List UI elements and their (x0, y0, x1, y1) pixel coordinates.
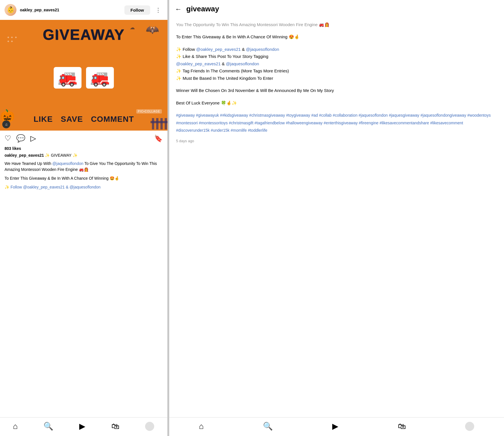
svg-rect-2 (160, 118, 163, 129)
search-term-label: giveaway (186, 5, 219, 13)
fence-decoration (150, 112, 168, 131)
caption-body: We Have Teamed Up With @jaquesoflondon T… (5, 161, 163, 173)
svg-rect-4 (150, 121, 168, 123)
share-icon[interactable]: ▷ (30, 134, 36, 143)
follow-button[interactable]: Follow (124, 5, 150, 15)
right-nav-reels-icon[interactable]: ▶ (332, 422, 338, 431)
caption-body-text: We Have Teamed Up With (5, 161, 52, 166)
action-bar: ♡ 💬 ▷ 🔖 (0, 131, 167, 146)
step1-link2[interactable]: @jaquesoflondon (246, 47, 279, 52)
cloud-decoration: ☁ (130, 24, 135, 31)
left-panel: 👶 oakley_pep_eaves21 Follow ⋮ 🦇 ☁ ✦ ✦ ✦✦… (0, 0, 168, 436)
right-nav-search-icon[interactable]: 🔍 (263, 422, 273, 431)
post-image: 🦇 ☁ ✦ ✦ ✦✦ ✦ ✦ GIVEAWAY 🚒 🚒 🎃 LIKE SAVE … (0, 20, 168, 131)
svg-rect-3 (165, 118, 167, 129)
right-panel: ← giveaway You The Opportunity To Win Th… (169, 0, 504, 436)
luck-text: Best Of Luck Everyone 🍀🤞✨ (176, 99, 497, 107)
caption-follow: ✨ Follow @oakley_pep_eaves21 & @jaquesof… (5, 184, 163, 190)
truck-card-left: 🚒 (54, 67, 81, 89)
caption-and: & (66, 185, 70, 189)
right-nav-home-icon[interactable]: ⌂ (199, 422, 204, 431)
entry-heading: To Enter This Giveaway & Be In With A Ch… (176, 33, 497, 41)
pic-collage-badge: PIC•COLLAGE (136, 109, 162, 114)
action-comment: COMMENT (91, 115, 134, 124)
likes-count: 803 likes (5, 146, 163, 151)
caption-username: oakley_pep_eaves21 (5, 153, 44, 158)
avatar-image: 👶 (5, 4, 16, 16)
bat-decoration: 🦇 (146, 23, 159, 36)
music-icon: ♫ (2, 120, 10, 128)
action-like: LIKE (34, 115, 53, 124)
like-icon[interactable]: ♡ (5, 134, 11, 143)
caption-follow-line: ✨ Follow (5, 185, 23, 189)
right-content: You The Opportunity To Win This Amazing … (169, 18, 504, 417)
caption-link1[interactable]: @oakley_pep_eaves21 (23, 185, 65, 189)
stars-left: ✦ ✦ ✦✦ ✦ (7, 35, 17, 43)
step2-link1[interactable]: @oakley_pep_eaves21 (176, 61, 221, 66)
caption-top-text: You The Opportunity To Win This Amazing … (176, 21, 497, 28)
caption-text: ✨ GIVEAWAY ✨ (44, 153, 78, 158)
caption-jaqueslink[interactable]: @jaquesoflondon (52, 161, 83, 166)
right-nav-shop-icon[interactable]: 🛍 (398, 422, 406, 431)
entry-heading-text: To Enter This Giveaway & Be In With A Ch… (176, 34, 300, 39)
bookmark-icon[interactable]: 🔖 (154, 135, 163, 142)
caption: oakley_pep_eaves21 ✨ GIVEAWAY ✨ (5, 152, 163, 158)
nav-shop-icon[interactable]: 🛍 (111, 422, 119, 431)
caption-link2[interactable]: @jaquesoflondon (70, 185, 101, 189)
nav-search-icon[interactable]: 🔍 (43, 422, 53, 431)
step1-prefix: ✨ Follow (176, 47, 196, 52)
step1-link1[interactable]: @oakley_pep_eaves21 (196, 47, 241, 52)
post-username: oakley_pep_eaves21 (20, 8, 121, 12)
right-nav-profile[interactable] (465, 422, 474, 431)
step1-and: & (242, 47, 246, 52)
truck-images: 🚒 🚒 (54, 67, 114, 89)
action-save: SAVE (61, 115, 83, 124)
nav-profile[interactable] (145, 422, 154, 431)
svg-rect-1 (156, 118, 158, 129)
right-header: ← giveaway (169, 0, 504, 18)
truck-card-right: 🚒 (86, 67, 114, 89)
timestamp: 5 days ago (176, 139, 497, 143)
svg-rect-0 (152, 118, 154, 129)
comment-icon[interactable]: 💬 (16, 134, 25, 143)
steps-section: ✨ Follow @oakley_pep_eaves21 & @jaquesof… (176, 46, 497, 82)
post-content: 803 likes oakley_pep_eaves21 ✨ GIVEAWAY … (0, 146, 167, 195)
post-header: 👶 oakley_pep_eaves21 Follow ⋮ (0, 0, 167, 20)
action-labels: LIKE SAVE COMMENT (34, 115, 134, 124)
giveaway-title: GIVEAWAY (43, 26, 125, 43)
caption-truncated: You The Opportunity To Win This Amazing … (176, 22, 330, 27)
nav-reels-icon[interactable]: ▶ (79, 422, 85, 431)
stars-center: ✦ (57, 28, 59, 32)
step2-and: & (222, 61, 226, 66)
step2-prefix: ✨ Like & Share This Post To Your Story T… (176, 54, 268, 59)
back-button[interactable]: ← (175, 5, 182, 13)
winner-text: Winner Will Be Chosen On 3rd November & … (176, 87, 497, 94)
step2-link2[interactable]: @jaquesoflondon (226, 61, 259, 66)
left-nav-bar: ⌂ 🔍 ▶ 🛍 (0, 417, 167, 436)
more-options-icon[interactable]: ⋮ (154, 7, 163, 13)
step3-text: ✨ Tag Friends In The Comments (More Tags… (176, 68, 289, 73)
avatar: 👶 (5, 4, 16, 16)
caption-entry: To Enter This Giveaway & Be In With A Ch… (5, 175, 163, 181)
right-nav-bar: ⌂ 🔍 ▶ 🛍 (169, 417, 504, 436)
giveaway-graphic: 🦇 ☁ ✦ ✦ ✦✦ ✦ ✦ GIVEAWAY 🚒 🚒 🎃 LIKE SAVE … (0, 20, 168, 131)
caption-entry-text: To Enter This Giveaway & Be In With A Ch… (5, 176, 119, 181)
nav-home-icon[interactable]: ⌂ (13, 422, 18, 431)
hashtags: #giveaway #giveawayuk ##kidsgiveaway #ch… (176, 112, 497, 134)
step4-text: ✨ Must Be Based In The United Kingdom To… (176, 76, 273, 81)
